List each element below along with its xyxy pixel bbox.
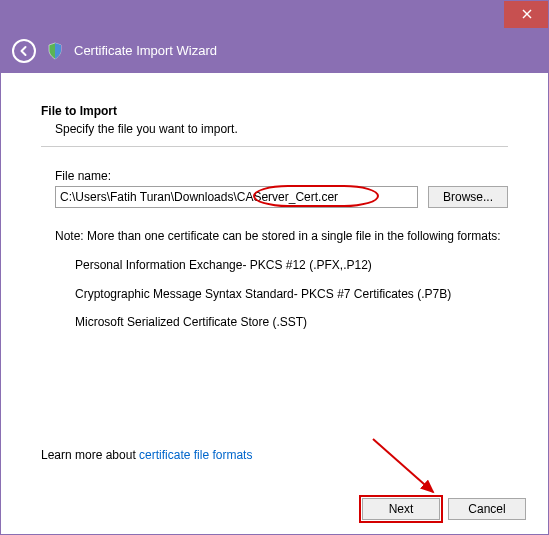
filename-input[interactable] [55,186,418,208]
annotation-arrow-icon [368,434,448,504]
note-item: Microsoft Serialized Certificate Store (… [55,314,508,331]
divider [41,146,508,147]
svg-line-2 [373,439,433,492]
section-subheading: Specify the file you want to import. [41,122,508,136]
learn-link[interactable]: certificate file formats [139,448,252,462]
next-button[interactable]: Next [362,498,440,520]
learn-prefix: Learn more about [41,448,139,462]
section-heading: File to Import [41,104,508,118]
learn-more: Learn more about certificate file format… [41,448,252,462]
note-intro: Note: More than one certificate can be s… [55,228,508,245]
browse-button[interactable]: Browse... [428,186,508,208]
filename-label: File name: [55,169,508,183]
note-item: Personal Information Exchange- PKCS #12 … [55,257,508,274]
cancel-button[interactable]: Cancel [448,498,526,520]
note-item: Cryptographic Message Syntax Standard- P… [55,286,508,303]
